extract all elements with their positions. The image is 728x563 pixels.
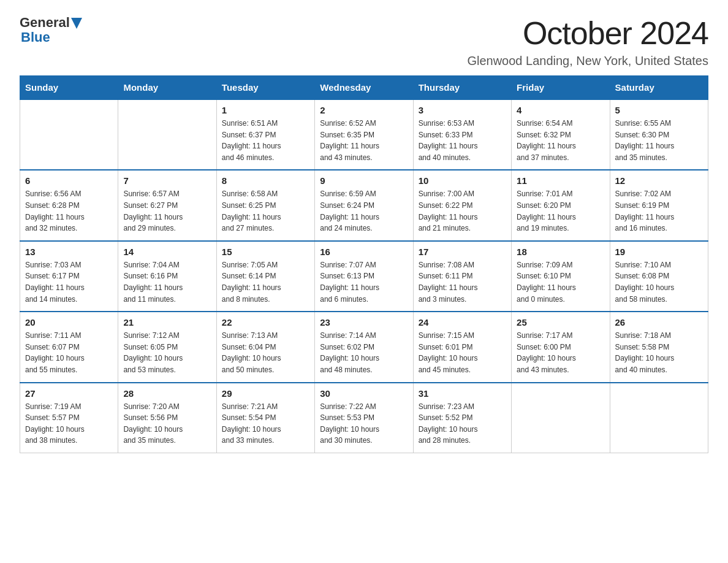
day-info: Sunrise: 7:23 AM Sunset: 5:52 PM Dayligh… (419, 401, 506, 446)
day-number: 10 (419, 175, 506, 186)
day-number: 20 (25, 317, 113, 327)
calendar-cell: 25Sunrise: 7:17 AM Sunset: 6:00 PM Dayli… (512, 312, 610, 382)
day-info: Sunrise: 6:52 AM Sunset: 6:35 PM Dayligh… (320, 118, 408, 163)
day-info: Sunrise: 7:19 AM Sunset: 5:57 PM Dayligh… (25, 401, 113, 446)
day-info: Sunrise: 7:04 AM Sunset: 6:16 PM Dayligh… (123, 259, 211, 305)
calendar-cell: 2Sunrise: 6:52 AM Sunset: 6:35 PM Daylig… (315, 99, 413, 170)
calendar-cell (20, 99, 118, 170)
calendar-cell: 13Sunrise: 7:03 AM Sunset: 6:17 PM Dayli… (20, 241, 118, 312)
day-number: 5 (615, 105, 703, 115)
day-number: 26 (615, 317, 703, 327)
day-number: 13 (25, 247, 113, 257)
day-number: 4 (517, 105, 604, 115)
calendar-cell (610, 383, 708, 453)
day-number: 9 (320, 175, 408, 186)
day-info: Sunrise: 7:20 AM Sunset: 5:56 PM Dayligh… (123, 401, 211, 446)
calendar-cell: 1Sunrise: 6:51 AM Sunset: 6:37 PM Daylig… (216, 99, 314, 170)
calendar-cell: 31Sunrise: 7:23 AM Sunset: 5:52 PM Dayli… (413, 383, 511, 453)
day-info: Sunrise: 7:09 AM Sunset: 6:10 PM Dayligh… (517, 259, 604, 305)
day-info: Sunrise: 6:59 AM Sunset: 6:24 PM Dayligh… (320, 188, 408, 234)
calendar-header-wednesday: Wednesday (315, 76, 413, 100)
day-info: Sunrise: 7:03 AM Sunset: 6:17 PM Dayligh… (25, 259, 113, 305)
calendar-week-4: 20Sunrise: 7:11 AM Sunset: 6:07 PM Dayli… (20, 312, 708, 382)
calendar-cell: 11Sunrise: 7:01 AM Sunset: 6:20 PM Dayli… (512, 170, 610, 240)
calendar-cell: 6Sunrise: 6:56 AM Sunset: 6:28 PM Daylig… (20, 170, 118, 240)
day-info: Sunrise: 7:00 AM Sunset: 6:22 PM Dayligh… (419, 188, 506, 234)
logo-triangle-icon (71, 18, 82, 29)
logo-blue-text: Blue (20, 29, 50, 45)
calendar-week-1: 1Sunrise: 6:51 AM Sunset: 6:37 PM Daylig… (20, 99, 708, 170)
calendar-cell (118, 99, 216, 170)
day-number: 28 (123, 388, 211, 399)
day-info: Sunrise: 7:01 AM Sunset: 6:20 PM Dayligh… (517, 188, 604, 234)
day-number: 23 (320, 317, 408, 327)
day-number: 27 (25, 388, 113, 399)
day-number: 2 (320, 105, 408, 115)
calendar-week-3: 13Sunrise: 7:03 AM Sunset: 6:17 PM Dayli… (20, 241, 708, 312)
day-info: Sunrise: 7:22 AM Sunset: 5:53 PM Dayligh… (320, 401, 408, 446)
calendar-cell: 19Sunrise: 7:10 AM Sunset: 6:08 PM Dayli… (610, 241, 708, 312)
calendar-header-row: SundayMondayTuesdayWednesdayThursdayFrid… (20, 76, 708, 100)
day-number: 19 (615, 247, 703, 257)
day-number: 3 (419, 105, 506, 115)
day-number: 14 (123, 247, 211, 257)
calendar-cell: 26Sunrise: 7:18 AM Sunset: 5:58 PM Dayli… (610, 312, 708, 382)
calendar-cell: 20Sunrise: 7:11 AM Sunset: 6:07 PM Dayli… (20, 312, 118, 382)
day-info: Sunrise: 6:51 AM Sunset: 6:37 PM Dayligh… (222, 118, 309, 163)
day-number: 8 (222, 175, 309, 186)
calendar-table: SundayMondayTuesdayWednesdayThursdayFrid… (20, 75, 708, 453)
calendar-header-saturday: Saturday (610, 76, 708, 100)
day-info: Sunrise: 6:55 AM Sunset: 6:30 PM Dayligh… (615, 118, 703, 163)
calendar-cell: 28Sunrise: 7:20 AM Sunset: 5:56 PM Dayli… (118, 383, 216, 453)
calendar-cell: 8Sunrise: 6:58 AM Sunset: 6:25 PM Daylig… (216, 170, 314, 240)
day-info: Sunrise: 7:02 AM Sunset: 6:19 PM Dayligh… (615, 188, 703, 234)
page-subtitle: Glenwood Landing, New York, United State… (467, 54, 708, 68)
day-info: Sunrise: 7:12 AM Sunset: 6:05 PM Dayligh… (123, 330, 211, 375)
calendar-header-sunday: Sunday (20, 76, 118, 100)
day-info: Sunrise: 7:10 AM Sunset: 6:08 PM Dayligh… (615, 259, 703, 305)
svg-marker-0 (71, 18, 82, 29)
day-number: 25 (517, 317, 604, 327)
day-number: 31 (419, 388, 506, 399)
calendar-cell: 24Sunrise: 7:15 AM Sunset: 6:01 PM Dayli… (413, 312, 511, 382)
day-info: Sunrise: 6:58 AM Sunset: 6:25 PM Dayligh… (222, 188, 309, 234)
calendar-cell: 17Sunrise: 7:08 AM Sunset: 6:11 PM Dayli… (413, 241, 511, 312)
calendar-week-5: 27Sunrise: 7:19 AM Sunset: 5:57 PM Dayli… (20, 383, 708, 453)
calendar-cell: 5Sunrise: 6:55 AM Sunset: 6:30 PM Daylig… (610, 99, 708, 170)
logo: General Blue (20, 15, 82, 45)
header: General Blue October 2024 Glenwood Landi… (20, 15, 708, 68)
calendar-cell: 3Sunrise: 6:53 AM Sunset: 6:33 PM Daylig… (413, 99, 511, 170)
day-number: 6 (25, 175, 113, 186)
calendar-week-2: 6Sunrise: 6:56 AM Sunset: 6:28 PM Daylig… (20, 170, 708, 240)
page-title: October 2024 (467, 15, 708, 52)
day-number: 29 (222, 388, 309, 399)
calendar-cell: 30Sunrise: 7:22 AM Sunset: 5:53 PM Dayli… (315, 383, 413, 453)
calendar-cell: 18Sunrise: 7:09 AM Sunset: 6:10 PM Dayli… (512, 241, 610, 312)
calendar-cell (512, 383, 610, 453)
calendar-cell: 7Sunrise: 6:57 AM Sunset: 6:27 PM Daylig… (118, 170, 216, 240)
day-number: 1 (222, 105, 309, 115)
calendar-header-thursday: Thursday (413, 76, 511, 100)
day-info: Sunrise: 7:11 AM Sunset: 6:07 PM Dayligh… (25, 330, 113, 375)
day-info: Sunrise: 7:18 AM Sunset: 5:58 PM Dayligh… (615, 330, 703, 375)
calendar-cell: 16Sunrise: 7:07 AM Sunset: 6:13 PM Dayli… (315, 241, 413, 312)
day-number: 30 (320, 388, 408, 399)
day-number: 16 (320, 247, 408, 257)
day-number: 22 (222, 317, 309, 327)
calendar-header-monday: Monday (118, 76, 216, 100)
day-info: Sunrise: 7:08 AM Sunset: 6:11 PM Dayligh… (419, 259, 506, 305)
calendar-cell: 12Sunrise: 7:02 AM Sunset: 6:19 PM Dayli… (610, 170, 708, 240)
day-number: 18 (517, 247, 604, 257)
calendar-cell: 27Sunrise: 7:19 AM Sunset: 5:57 PM Dayli… (20, 383, 118, 453)
calendar-header-tuesday: Tuesday (216, 76, 314, 100)
calendar-cell: 23Sunrise: 7:14 AM Sunset: 6:02 PM Dayli… (315, 312, 413, 382)
day-number: 24 (419, 317, 506, 327)
calendar-header-friday: Friday (512, 76, 610, 100)
day-info: Sunrise: 6:57 AM Sunset: 6:27 PM Dayligh… (123, 188, 211, 234)
day-info: Sunrise: 7:14 AM Sunset: 6:02 PM Dayligh… (320, 330, 408, 375)
calendar-cell: 10Sunrise: 7:00 AM Sunset: 6:22 PM Dayli… (413, 170, 511, 240)
day-number: 12 (615, 175, 703, 186)
day-info: Sunrise: 6:56 AM Sunset: 6:28 PM Dayligh… (25, 188, 113, 234)
day-info: Sunrise: 6:54 AM Sunset: 6:32 PM Dayligh… (517, 118, 604, 163)
day-info: Sunrise: 7:15 AM Sunset: 6:01 PM Dayligh… (419, 330, 506, 375)
